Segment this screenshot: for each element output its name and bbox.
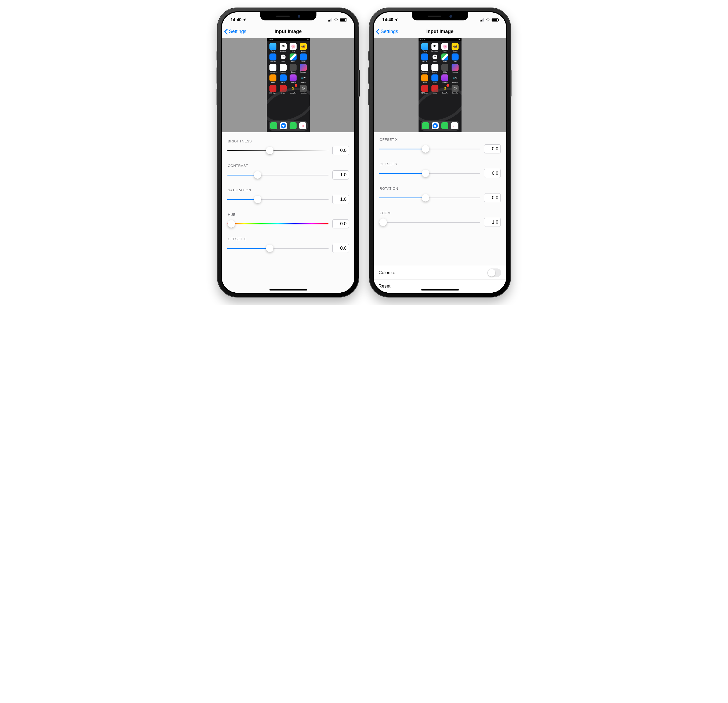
battery-icon [492, 18, 498, 22]
slider-hue[interactable] [227, 220, 329, 228]
slider-group-rotation: ROTATION0.0 [379, 187, 501, 203]
slider-label-brightness: BRIGHTNESS [228, 139, 349, 143]
value-input-offset_x[interactable]: 0.0 [332, 244, 349, 253]
slider-offset_y[interactable] [379, 169, 480, 177]
slider-thumb-offset_x[interactable] [266, 244, 273, 252]
volume-down-button [368, 89, 370, 106]
slider-label-contrast: CONTRAST [228, 163, 349, 168]
slider-contrast[interactable] [227, 171, 329, 179]
wifi-icon [334, 18, 338, 22]
slider-label-offset_y: OFFSET Y [380, 162, 501, 166]
slider-thumb-hue[interactable] [228, 220, 235, 228]
slider-thumb-zoom[interactable] [379, 218, 387, 226]
value-input-contrast[interactable]: 1.0 [332, 171, 349, 179]
signal-icon [480, 18, 484, 22]
slider-group-saturation: SATURATION1.0 [227, 188, 349, 204]
colorize-toggle[interactable] [487, 269, 501, 277]
slider-label-offset_x: OFFSET X [380, 137, 501, 142]
phone-mockup-right: 14:40 Settings Input Image 10:41 ➤• [369, 8, 510, 297]
value-input-saturation[interactable]: 1.0 [332, 195, 349, 204]
preview-area: 10:41 ➤•••Почта30Календарь🌸Фото🦋UlyssesD… [374, 38, 506, 132]
slider-group-zoom: ZOOM1.0 [379, 211, 501, 227]
slider-thumb-contrast[interactable] [254, 171, 261, 179]
slider-brightness[interactable] [227, 147, 329, 154]
notch [412, 12, 468, 20]
slider-label-offset_x: OFFSET X [228, 237, 349, 241]
sliders-panel: OFFSET X0.0OFFSET Y0.0ROTATION0.0ZOOM1.0 [374, 132, 506, 266]
value-input-rotation[interactable]: 0.0 [484, 193, 501, 203]
sliders-panel: BRIGHTNESS0.0CONTRAST1.0SATURATION1.0HUE… [222, 132, 354, 293]
slider-label-rotation: ROTATION [380, 187, 501, 191]
slider-thumb-saturation[interactable] [254, 196, 261, 203]
colorize-row[interactable]: Colorize [374, 266, 506, 279]
battery-icon [340, 18, 347, 22]
slider-thumb-offset_y[interactable] [422, 169, 429, 177]
power-button [510, 70, 511, 97]
location-arrow-icon [243, 18, 246, 22]
reset-label: Reset [378, 284, 390, 289]
preview-image: 10:41 ➤•••Почта30Календарь🌸Фото🦋UlyssesD… [419, 38, 462, 132]
volume-down-button [217, 89, 218, 106]
silence-switch [368, 51, 370, 61]
chevron-left-icon [376, 29, 380, 35]
slider-offset_x[interactable] [379, 145, 480, 153]
slider-zoom[interactable] [379, 218, 480, 226]
phone-mockup-left: 14:40 Settings Input Image 10:41 ➤• [218, 8, 359, 297]
back-button[interactable]: Settings [222, 29, 246, 35]
reset-row[interactable]: Reset [374, 279, 506, 293]
value-input-zoom[interactable]: 1.0 [484, 218, 501, 227]
signal-icon [328, 18, 332, 22]
preview-area: 10:41 ➤•••Почта30Календарь🌸Фото🦋UlyssesD… [222, 38, 354, 132]
colorize-label: Colorize [378, 270, 395, 275]
slider-group-brightness: BRIGHTNESS0.0 [227, 139, 349, 155]
silence-switch [217, 51, 218, 61]
slider-group-offset_x: OFFSET X0.0 [227, 237, 349, 253]
slider-saturation[interactable] [227, 196, 329, 203]
chevron-left-icon [224, 29, 228, 35]
slider-thumb-rotation[interactable] [422, 194, 429, 201]
home-indicator[interactable] [421, 289, 459, 291]
slider-label-hue: HUE [228, 213, 349, 217]
screen-left: 14:40 Settings Input Image 10:41 ➤• [222, 12, 354, 293]
value-input-brightness[interactable]: 0.0 [332, 146, 349, 155]
value-input-hue[interactable]: 0.0 [332, 219, 349, 229]
location-arrow-icon [394, 18, 398, 22]
notch [260, 12, 316, 20]
volume-up-button [368, 67, 370, 84]
home-indicator[interactable] [269, 289, 307, 291]
wifi-icon [486, 18, 490, 22]
back-label: Settings [229, 29, 246, 35]
slider-label-saturation: SATURATION [228, 188, 349, 192]
slider-offset_x[interactable] [227, 244, 329, 252]
slider-group-hue: HUE0.0 [227, 213, 349, 229]
slider-group-contrast: CONTRAST1.0 [227, 163, 349, 179]
back-button[interactable]: Settings [374, 29, 398, 35]
value-input-offset_y[interactable]: 0.0 [484, 169, 501, 178]
nav-bar: Settings Input Image [222, 25, 354, 38]
volume-up-button [217, 67, 218, 84]
slider-rotation[interactable] [379, 194, 480, 201]
preview-image: 10:41 ➤•••Почта30Календарь🌸Фото🦋UlyssesD… [267, 38, 310, 132]
slider-thumb-brightness[interactable] [266, 147, 273, 154]
slider-thumb-offset_x[interactable] [422, 145, 429, 153]
nav-bar: Settings Input Image [374, 25, 506, 38]
back-label: Settings [381, 29, 398, 35]
status-time: 14:40 [231, 17, 241, 22]
power-button [358, 70, 360, 97]
status-time: 14:40 [382, 17, 393, 22]
slider-group-offset_x: OFFSET X0.0 [379, 137, 501, 153]
slider-label-zoom: ZOOM [380, 211, 501, 215]
screen-right: 14:40 Settings Input Image 10:41 ➤• [374, 12, 506, 293]
value-input-offset_x[interactable]: 0.0 [484, 144, 501, 153]
slider-group-offset_y: OFFSET Y0.0 [379, 162, 501, 178]
